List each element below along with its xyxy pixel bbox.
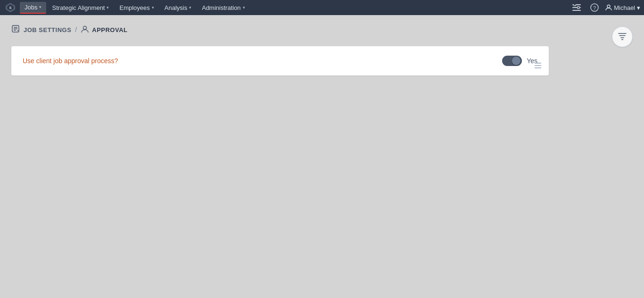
toggle-group: Yes: [502, 56, 537, 66]
svg-point-7: [578, 7, 580, 9]
nav-item-employees[interactable]: Employees ▾: [115, 2, 158, 13]
svg-point-10: [607, 5, 610, 8]
svg-text:?: ?: [593, 5, 596, 11]
nav-item-administration[interactable]: Administration ▾: [197, 2, 249, 13]
job-settings-breadcrumb[interactable]: JOB SETTINGS: [24, 26, 71, 33]
svg-point-6: [574, 4, 576, 6]
nav-jobs-chevron: ▾: [39, 5, 41, 9]
filter-icon: [618, 33, 627, 41]
svg-rect-5: [572, 10, 581, 11]
approval-question-label: Use client job approval process?: [23, 57, 495, 65]
card-edit-icon[interactable]: [535, 62, 541, 70]
nav-jobs-label: Jobs: [25, 4, 37, 11]
nav-item-analysis[interactable]: Analysis ▾: [160, 2, 196, 13]
help-icon-button[interactable]: ?: [587, 2, 602, 13]
nav-analysis-chevron: ▾: [189, 5, 191, 10]
user-name-label: Michael: [614, 4, 635, 11]
approval-toggle[interactable]: [502, 56, 522, 66]
nav-right-controls: ? Michael ▾: [570, 2, 640, 13]
job-settings-icon: [11, 25, 20, 35]
card-row: Use client job approval process? Yes: [23, 56, 537, 66]
settings-icon-button[interactable]: [570, 3, 584, 12]
main-content: JOB SETTINGS / APPROVAL Use client job a…: [0, 15, 644, 298]
filter-button[interactable]: [612, 26, 633, 47]
approval-icon: [81, 25, 89, 35]
approval-breadcrumb-group: APPROVAL: [81, 25, 127, 35]
nav-admin-label: Administration: [202, 4, 240, 11]
svg-text:S: S: [9, 6, 12, 10]
nav-analysis-label: Analysis: [165, 4, 187, 11]
user-chevron: ▾: [637, 4, 640, 11]
navbar: S Jobs ▾ Strategic Alignment ▾ Employees…: [0, 0, 644, 15]
breadcrumb: JOB SETTINGS / APPROVAL: [11, 25, 633, 35]
user-menu[interactable]: Michael ▾: [605, 4, 640, 11]
nav-item-jobs[interactable]: Jobs ▾: [20, 2, 46, 14]
approval-breadcrumb-label: APPROVAL: [92, 26, 127, 33]
nav-item-strategic-alignment[interactable]: Strategic Alignment ▾: [47, 2, 114, 13]
filter-button-container: [612, 26, 633, 47]
svg-point-12: [83, 26, 87, 29]
app-logo[interactable]: S: [4, 1, 17, 14]
nav-admin-chevron: ▾: [243, 5, 245, 10]
approval-card: Use client job approval process? Yes: [11, 46, 549, 75]
svg-rect-13: [535, 63, 541, 64]
breadcrumb-separator: /: [75, 26, 77, 33]
svg-rect-14: [535, 65, 541, 66]
svg-rect-15: [535, 67, 541, 68]
nav-strategic-label: Strategic Alignment: [52, 4, 105, 11]
nav-strategic-chevron: ▾: [107, 5, 109, 10]
nav-employees-label: Employees: [119, 4, 149, 11]
nav-employees-chevron: ▾: [152, 5, 154, 10]
